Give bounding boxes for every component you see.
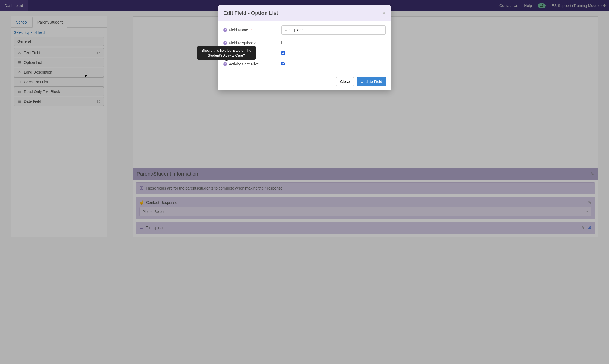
help-icon[interactable]: ? [223,28,227,32]
edit-field-modal: Edit Field - Option List × ? Field Name … [218,5,391,90]
tooltip-bubble: Should this field be listed on the Stude… [197,46,256,60]
field-required-label: Field Required? [229,41,256,45]
help-icon-activity-care[interactable]: ? [223,62,227,66]
field-name-label: Field Name [229,28,248,32]
required-star-icon: * [251,28,252,32]
modal-close-icon[interactable]: × [382,10,386,16]
field-name-input[interactable] [281,25,386,35]
close-button[interactable]: Close [336,77,354,86]
modal-title: Edit Field - Option List [223,10,278,16]
hidden-row-checkbox[interactable] [281,51,285,55]
help-icon[interactable]: ? [223,41,227,45]
activity-care-file-label: Activity Care File? [229,62,259,66]
field-required-checkbox[interactable] [281,41,285,44]
activity-care-file-checkbox[interactable] [281,62,285,65]
update-field-button[interactable]: Update Field [357,77,386,86]
